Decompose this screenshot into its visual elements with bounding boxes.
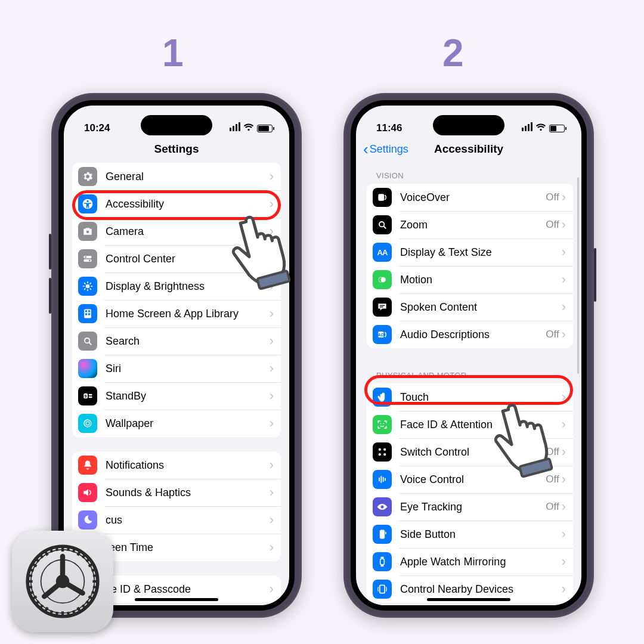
row-general[interactable]: General › bbox=[72, 163, 281, 190]
svg-line-69 bbox=[57, 612, 57, 617]
svg-line-57 bbox=[92, 569, 97, 571]
svg-rect-43 bbox=[380, 585, 385, 593]
svg-line-78 bbox=[27, 575, 32, 576]
row-motion[interactable]: Motion › bbox=[367, 266, 573, 293]
row-standby[interactable]: 9 StandBy › bbox=[72, 382, 281, 410]
text-size-icon: AA bbox=[373, 243, 392, 262]
svg-point-5 bbox=[85, 256, 86, 258]
row-spoken-content[interactable]: Spoken Content › bbox=[367, 293, 573, 321]
voiceover-icon bbox=[373, 188, 392, 207]
row-voiceover[interactable]: VoiceOver Off › bbox=[367, 184, 573, 211]
row-sounds[interactable]: Sounds & Haptics › bbox=[72, 479, 281, 506]
nav-title: Settings bbox=[64, 139, 289, 163]
chevron-right-icon: › bbox=[562, 299, 566, 315]
svg-line-51 bbox=[68, 546, 69, 551]
svg-line-79 bbox=[29, 569, 33, 571]
svg-point-32 bbox=[383, 423, 385, 425]
chevron-right-icon: › bbox=[270, 457, 274, 473]
scrollbar[interactable] bbox=[577, 177, 579, 374]
row-zoom[interactable]: Zoom Off › bbox=[367, 211, 573, 239]
chevron-right-icon: › bbox=[270, 581, 274, 597]
svg-line-84 bbox=[50, 547, 52, 552]
zoom-icon bbox=[373, 215, 392, 234]
switch-control-icon bbox=[373, 442, 392, 462]
row-eye-tracking[interactable]: Eye Tracking Off › bbox=[367, 493, 573, 521]
chevron-right-icon: › bbox=[270, 485, 274, 500]
row-audio-desc[interactable]: AD Audio Descriptions Off › bbox=[367, 321, 573, 348]
svg-rect-27 bbox=[380, 305, 385, 306]
brightness-icon bbox=[78, 277, 97, 296]
battery-icon bbox=[257, 125, 273, 132]
svg-rect-40 bbox=[380, 559, 385, 565]
row-label: Siri bbox=[106, 363, 270, 375]
svg-rect-10 bbox=[88, 310, 90, 312]
row-label: Spoken Content bbox=[400, 301, 562, 314]
row-label: Eye Tracking bbox=[400, 501, 546, 513]
row-notifications[interactable]: Notifications › bbox=[72, 451, 281, 479]
cellular-icon bbox=[228, 122, 240, 134]
accessibility-list[interactable]: Vision VoiceOver Off › Zoom Off › AA Dis… bbox=[356, 163, 581, 603]
status-time: 11:46 bbox=[376, 122, 402, 134]
battery-icon bbox=[549, 125, 565, 132]
siri-icon bbox=[78, 359, 97, 378]
svg-line-67 bbox=[68, 612, 69, 617]
tap-hand-icon bbox=[227, 203, 304, 295]
svg-rect-11 bbox=[85, 313, 87, 315]
svg-line-75 bbox=[29, 592, 33, 594]
screen-2: 11:46 ‹ Settings Accessibility Vision bbox=[351, 100, 587, 611]
chevron-right-icon: › bbox=[270, 169, 274, 184]
svg-text:9: 9 bbox=[85, 394, 87, 398]
row-value: Off bbox=[546, 501, 559, 513]
chevron-right-icon: › bbox=[562, 554, 566, 569]
svg-line-85 bbox=[57, 546, 57, 551]
back-button[interactable]: ‹ Settings bbox=[363, 141, 408, 157]
row-label: VoiceOver bbox=[400, 191, 546, 204]
chevron-right-icon: › bbox=[562, 190, 566, 205]
row-wallpaper[interactable]: Wallpaper › bbox=[72, 410, 281, 437]
motion-icon bbox=[373, 270, 392, 289]
svg-rect-23 bbox=[378, 194, 384, 201]
svg-point-33 bbox=[379, 448, 381, 451]
row-label: Sounds & Haptics bbox=[106, 487, 270, 499]
row-value: Off bbox=[546, 191, 559, 203]
row-label: Display & Text Size bbox=[400, 246, 562, 259]
row-label: Motion bbox=[400, 274, 562, 286]
row-siri[interactable]: Siri › bbox=[72, 355, 281, 382]
row-label: cus bbox=[106, 514, 270, 527]
tap-hand-icon bbox=[489, 391, 566, 482]
row-side-button[interactable]: Side Button › bbox=[367, 521, 573, 548]
row-label: Side Button bbox=[400, 528, 562, 541]
chevron-right-icon: › bbox=[270, 361, 274, 376]
phone-mockup-2: 11:46 ‹ Settings Accessibility Vision bbox=[343, 93, 594, 618]
section-header-motor: Physical and Motor bbox=[367, 363, 573, 383]
row-watch-mirroring[interactable]: Apple Watch Mirroring › bbox=[367, 548, 573, 575]
svg-rect-16 bbox=[89, 394, 92, 396]
home-indicator bbox=[427, 598, 510, 601]
standby-icon: 9 bbox=[78, 386, 97, 405]
svg-text:AD: AD bbox=[377, 332, 384, 338]
nav-bar: ‹ Settings Accessibility bbox=[356, 139, 581, 163]
gear-icon bbox=[78, 167, 97, 186]
row-focus[interactable]: cus › bbox=[72, 506, 281, 534]
svg-line-52 bbox=[73, 547, 75, 552]
svg-point-1 bbox=[86, 200, 88, 202]
bell-icon bbox=[78, 456, 97, 475]
svg-rect-9 bbox=[85, 310, 87, 312]
svg-point-2 bbox=[86, 230, 89, 234]
svg-point-36 bbox=[383, 453, 386, 456]
row-search[interactable]: Search › bbox=[72, 327, 281, 355]
chevron-right-icon: › bbox=[270, 540, 274, 555]
dynamic-island bbox=[141, 115, 212, 135]
row-home-screen[interactable]: Home Screen & App Library › bbox=[72, 300, 281, 327]
chevron-right-icon: › bbox=[562, 527, 566, 542]
chevron-right-icon: › bbox=[270, 388, 274, 404]
watch-icon bbox=[373, 552, 392, 571]
svg-rect-38 bbox=[380, 530, 385, 539]
speaker-icon bbox=[78, 483, 97, 502]
svg-point-19 bbox=[86, 422, 89, 425]
switches-icon bbox=[78, 249, 97, 268]
cellular-icon bbox=[521, 122, 532, 134]
chevron-right-icon: › bbox=[270, 306, 274, 321]
row-display-text[interactable]: AA Display & Text Size › bbox=[367, 239, 573, 266]
nearby-devices-icon bbox=[373, 580, 392, 599]
